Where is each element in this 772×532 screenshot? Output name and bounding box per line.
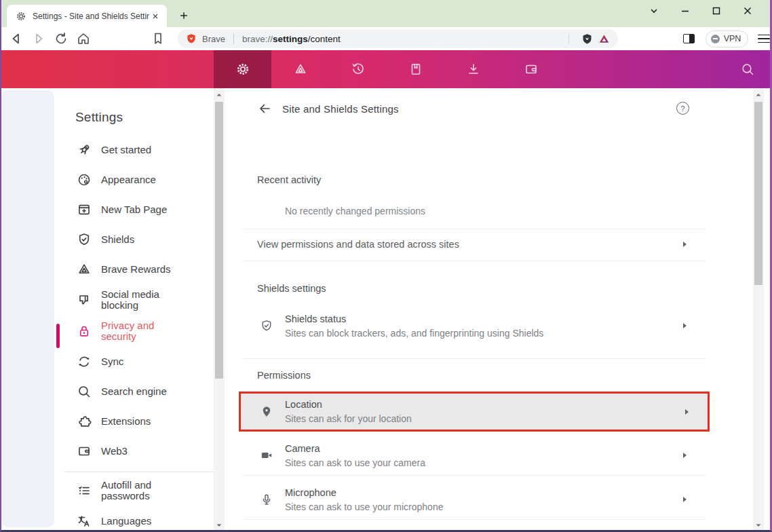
sidebar-item-social-media-blocking[interactable]: Social media blocking	[64, 284, 214, 316]
sidebar-item-appearance[interactable]: Appearance	[64, 165, 214, 195]
left-gutter-panel	[1, 90, 54, 527]
new-tab-icon	[77, 202, 92, 217]
back-arrow-icon[interactable]	[258, 102, 271, 115]
divider	[243, 519, 706, 520]
location-pin-icon	[260, 405, 273, 419]
permission-row-camera[interactable]: Camera Sites can ask to use your camera	[243, 436, 706, 475]
shields-panel-icon[interactable]	[581, 33, 593, 45]
sidebar-item-new-tab-page[interactable]: New Tab Page	[64, 195, 214, 225]
divider	[243, 358, 706, 359]
minimize-button[interactable]	[670, 1, 701, 21]
help-icon[interactable]: ?	[676, 102, 689, 115]
tab-title: Settings - Site and Shields Settin	[33, 12, 149, 21]
recent-activity-empty-text: No recently changed permissions	[243, 206, 706, 216]
nav-wallet-icon[interactable]	[502, 50, 560, 88]
sidebar-item-web3[interactable]: Web3	[64, 436, 214, 466]
sidebar-item-extensions[interactable]: Extensions	[64, 406, 214, 436]
active-item-accent-bar	[56, 324, 60, 348]
browser-toolbar: Brave brave://settings/content VPN	[1, 27, 770, 50]
url-text: brave://settings/content	[242, 34, 341, 44]
divider	[243, 229, 706, 229]
scrollbar-thumb[interactable]	[215, 102, 223, 379]
sidebar-item-privacy-and-security[interactable]: Privacy and security	[64, 316, 214, 347]
shield-check-icon	[77, 232, 92, 247]
chevron-right-icon	[685, 409, 689, 415]
chevron-right-icon	[683, 323, 687, 328]
nav-bookmarks-book-icon[interactable]	[387, 50, 444, 88]
site-button-label: Brave	[202, 34, 225, 44]
url-divider	[233, 33, 234, 44]
vpn-button[interactable]: VPN	[706, 31, 749, 48]
thumbs-down-icon	[77, 292, 92, 307]
chevron-right-icon	[683, 497, 687, 502]
tab-close-icon[interactable]	[149, 10, 161, 22]
scroll-down-icon[interactable]	[755, 522, 762, 529]
tab-search-chevron-icon[interactable]	[638, 1, 670, 21]
bookmark-icon[interactable]	[151, 31, 166, 46]
permission-row-microphone[interactable]: Microphone Sites can ask to use your mic…	[243, 480, 706, 519]
divider	[243, 261, 706, 261]
reload-button[interactable]	[54, 31, 69, 46]
page-scrollbar[interactable]	[753, 88, 764, 532]
vpn-status-icon	[711, 35, 720, 43]
sync-icon	[77, 354, 92, 369]
section-heading-recent-activity: Recent activity	[243, 174, 706, 185]
nav-settings-gear-icon[interactable]	[214, 50, 271, 88]
camera-icon	[260, 449, 273, 462]
sidebar-item-autofill-and-passwords[interactable]: Autofill and passwords	[64, 475, 214, 506]
chevron-right-icon	[683, 242, 687, 247]
browser-tab[interactable]: Settings - Site and Shields Settin	[7, 5, 167, 27]
back-button[interactable]	[9, 31, 24, 46]
gear-favicon-icon	[16, 11, 26, 22]
new-tab-button[interactable]	[175, 7, 193, 24]
sidebar-item-languages[interactable]: Languages	[64, 506, 214, 532]
hamburger-menu-icon[interactable]	[758, 35, 770, 43]
palette-icon	[77, 172, 92, 187]
sidebar-item-shields[interactable]: Shields	[64, 225, 214, 254]
scrollbar-thumb[interactable]	[754, 102, 763, 285]
sidebar-toggle-icon[interactable]	[683, 34, 695, 43]
vpn-label: VPN	[724, 34, 741, 43]
section-heading-permissions: Permissions	[243, 370, 706, 381]
rocket-icon	[77, 142, 92, 157]
home-button[interactable]	[76, 31, 91, 46]
sidebar-title: Settings	[64, 110, 214, 125]
sidebar-scrollbar[interactable]	[214, 88, 225, 532]
nav-rewards-triangle-icon[interactable]	[271, 50, 329, 88]
brave-rewards-triangle-icon[interactable]	[598, 33, 610, 45]
scroll-down-icon[interactable]	[216, 522, 223, 529]
search-icon	[77, 384, 92, 399]
nav-history-clock-icon[interactable]	[329, 50, 387, 88]
browser-window: Settings - Site and Shields Settin	[0, 0, 772, 532]
autofill-list-icon	[77, 483, 92, 498]
search-icon[interactable]	[740, 62, 755, 77]
translate-icon	[77, 514, 92, 529]
sidebar-item-search-engine[interactable]: Search engine	[64, 377, 214, 406]
section-heading-shields-settings: Shields settings	[243, 283, 706, 294]
settings-app-nav	[1, 50, 770, 88]
address-bar[interactable]: Brave brave://settings/content	[178, 29, 618, 48]
maximize-button[interactable]	[701, 1, 732, 21]
view-permissions-row[interactable]: View permissions and data stored across …	[243, 234, 706, 254]
shields-status-row[interactable]: Shields status Sites can block trackers,…	[243, 305, 706, 346]
sidebar-item-sync[interactable]: Sync	[64, 347, 214, 377]
divider	[243, 475, 706, 476]
wallet-icon	[77, 444, 92, 459]
settings-sidebar: Settings Get started Appearance New Tab …	[64, 110, 214, 532]
close-window-button[interactable]	[732, 1, 763, 21]
triangle-icon	[77, 262, 92, 277]
nav-downloads-icon[interactable]	[444, 50, 502, 88]
microphone-icon	[260, 493, 273, 506]
permission-row-location[interactable]: Location Sites can ask for your location	[239, 392, 710, 432]
scroll-up-icon[interactable]	[216, 92, 223, 98]
lock-icon	[77, 324, 92, 339]
sidebar-divider	[64, 472, 214, 472]
chevron-right-icon	[683, 453, 687, 458]
sidebar-item-brave-rewards[interactable]: Brave Rewards	[64, 254, 214, 284]
sidebar-item-get-started[interactable]: Get started	[64, 135, 214, 165]
brave-shield-icon[interactable]	[186, 33, 197, 44]
scroll-up-icon[interactable]	[755, 92, 762, 98]
forward-button[interactable]	[31, 31, 46, 46]
url-divider	[568, 33, 569, 44]
tab-strip: Settings - Site and Shields Settin	[1, 0, 770, 27]
